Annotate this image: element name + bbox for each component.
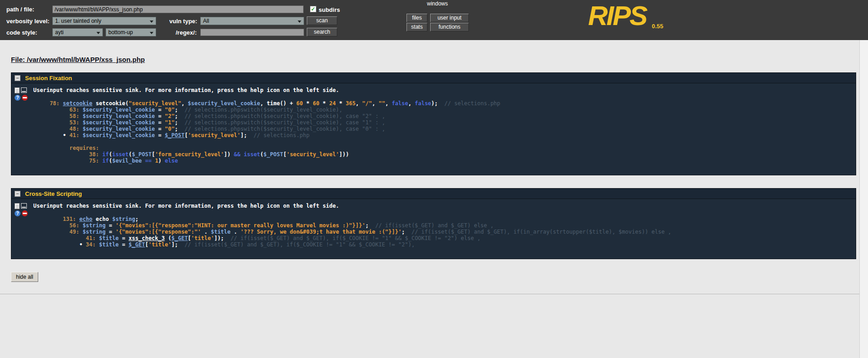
code-token: setcookie( bbox=[92, 100, 128, 107]
verbosity-selected-value: 1. user tainted only bbox=[55, 18, 101, 24]
regex-input[interactable] bbox=[200, 29, 304, 36]
line-number: 38: bbox=[89, 151, 102, 158]
minimize-icon[interactable] bbox=[21, 203, 27, 209]
line-number: 41: bbox=[69, 132, 82, 138]
exit-icon[interactable] bbox=[22, 95, 28, 101]
user-input-button[interactable]: user input bbox=[430, 14, 469, 22]
code-token: $security_level_cookie bbox=[82, 126, 155, 132]
subdirs-checkbox[interactable]: ✓ bbox=[310, 6, 316, 12]
vuln-block-header: −Session Fixation bbox=[11, 73, 856, 83]
code-trace: 131: echo echo $string; 56: $string = '{… bbox=[33, 216, 852, 248]
code-token: = bbox=[106, 222, 116, 229]
code-token: false bbox=[392, 100, 408, 107]
collapse-icon[interactable]: − bbox=[15, 75, 20, 81]
code-line: 63: $security_level_cookie = "0"; // sel… bbox=[33, 107, 852, 113]
code-token: $title bbox=[211, 229, 230, 235]
code-token: $title bbox=[99, 235, 119, 241]
code-token bbox=[33, 113, 69, 119]
code-link[interactable]: setcookie bbox=[63, 100, 92, 107]
verbosity-label: verbosity level: bbox=[6, 18, 50, 25]
results-area: File: /var/www/html/bWAPP/xss_json.php −… bbox=[0, 40, 868, 282]
code-comment: // if(isset($_GET) and $_GET) else , bbox=[369, 222, 494, 229]
code-link[interactable]: xss_check_3 bbox=[129, 235, 165, 241]
search-button[interactable]: search bbox=[307, 28, 337, 36]
traversal-select[interactable]: bottom-up bbox=[106, 28, 156, 36]
code-token: ])) bbox=[339, 151, 349, 158]
vuln-block-header: −Cross-Site Scripting bbox=[11, 189, 856, 199]
code-token: 'title' bbox=[148, 241, 172, 248]
code-token: * bbox=[336, 100, 346, 107]
line-number: 78: bbox=[50, 100, 63, 107]
code-token: else bbox=[165, 158, 178, 164]
minimize-icon[interactable] bbox=[21, 87, 27, 93]
help-icon[interactable]: ? bbox=[15, 210, 20, 216]
code-token: isset bbox=[244, 151, 260, 158]
code-comment: // selections.php bbox=[438, 100, 500, 107]
code-token: = bbox=[119, 241, 129, 248]
code-line: 49: $string = '{"movies":[{"response":"'… bbox=[33, 229, 852, 235]
collapse-icon[interactable]: − bbox=[15, 191, 20, 197]
code-line: 131: echo echo $string; bbox=[33, 216, 852, 222]
functions-button[interactable]: functions bbox=[430, 23, 469, 31]
code-line: 56: $string = '{"movies":[{"response":"H… bbox=[33, 222, 852, 229]
vulnerability-blocks: −Session Fixation?Userinput reaches sens… bbox=[11, 72, 856, 259]
code-trace: 78: setcookie setcookie("security_level"… bbox=[33, 100, 852, 164]
file-heading[interactable]: File: /var/www/html/bWAPP/xss_json.php bbox=[11, 56, 145, 63]
code-token bbox=[142, 158, 145, 164]
line-number: 131: bbox=[63, 216, 79, 222]
code-link[interactable]: echo bbox=[79, 216, 92, 222]
code-token: 60 bbox=[296, 100, 303, 107]
rips-logo-text: RIPS bbox=[588, 0, 646, 31]
code-token: = bbox=[155, 132, 165, 138]
vuln-title: Cross-Site Scripting bbox=[25, 190, 82, 197]
code-token: ]; bbox=[171, 241, 178, 248]
hide-all-button[interactable]: hide all bbox=[11, 272, 38, 282]
code-token bbox=[33, 119, 69, 126]
code-token: ; bbox=[135, 216, 138, 222]
file-icon[interactable] bbox=[15, 203, 20, 209]
file-icon[interactable] bbox=[15, 87, 20, 93]
code-token: • bbox=[33, 241, 86, 248]
code-comment: // selections.phpswitch($security_level_… bbox=[178, 107, 342, 113]
line-number: 48: bbox=[69, 126, 82, 132]
traversal-selected-value: bottom-up bbox=[108, 29, 133, 36]
verbosity-select[interactable]: 1. user tainted only bbox=[52, 17, 156, 25]
help-icon[interactable]: ? bbox=[15, 95, 20, 101]
vuln-body: ?Userinput reaches sensitive sink. For m… bbox=[11, 83, 856, 175]
vuln-type-select[interactable]: All bbox=[200, 17, 304, 25]
code-token: = bbox=[155, 126, 165, 132]
subdirs-label: subdirs bbox=[319, 6, 340, 13]
line-number: 58: bbox=[69, 113, 82, 119]
code-token: . bbox=[231, 229, 241, 235]
tainted-variable: $_GET bbox=[129, 241, 145, 248]
exit-icon[interactable] bbox=[22, 210, 28, 216]
code-style-select[interactable]: ayti bbox=[52, 28, 103, 36]
files-button[interactable]: files bbox=[406, 14, 427, 22]
code-token: 1 bbox=[155, 158, 158, 164]
code-token: , time() + bbox=[260, 100, 296, 107]
code-token: isset bbox=[112, 151, 128, 158]
code-token: = bbox=[119, 235, 129, 241]
code-token: $security_level_cookie bbox=[188, 100, 260, 107]
code-token: = bbox=[155, 119, 165, 126]
line-number: 49: bbox=[69, 229, 82, 235]
code-token: ; bbox=[175, 113, 178, 119]
path-file-input[interactable] bbox=[52, 5, 304, 13]
scan-button[interactable]: scan bbox=[307, 16, 337, 25]
code-token: echo bbox=[92, 216, 112, 222]
code-token: $title bbox=[99, 241, 119, 248]
code-token: ( bbox=[165, 235, 171, 241]
code-token: , bbox=[355, 100, 362, 107]
code-token: = bbox=[155, 113, 165, 119]
line-number: requires: bbox=[69, 145, 99, 151]
stats-button[interactable]: stats bbox=[406, 23, 427, 31]
code-comment: // if(isset($_GET) and $_GET), if($_COOK… bbox=[178, 241, 415, 248]
line-number: 34: bbox=[86, 241, 99, 248]
code-token: * bbox=[303, 100, 313, 107]
vuln-icon-toolbar: ? bbox=[15, 87, 30, 101]
scrollbar[interactable] bbox=[859, 40, 868, 358]
tainted-variable: $_GET bbox=[171, 235, 188, 241]
code-token: $security_level_cookie bbox=[82, 113, 155, 119]
code-comment: // selections.phpswitch($security_level_… bbox=[178, 119, 385, 126]
regex-label: /regex/: bbox=[176, 29, 197, 36]
